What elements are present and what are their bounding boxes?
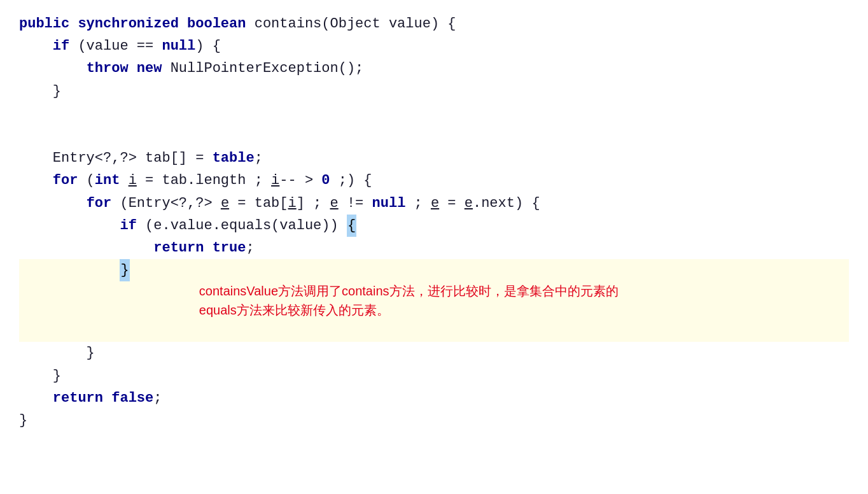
code-line-2: if (value == null) { <box>19 35 849 57</box>
keyword-null: null <box>162 35 195 57</box>
comment-text: containsValue方法调用了contains方法，进行比较时，是拿集合中… <box>199 281 632 320</box>
keyword-return-1: return <box>153 237 204 259</box>
keyword-for-2: for <box>87 192 112 215</box>
code-line-16: } <box>19 409 849 432</box>
code-line-8: for (int i = tab.length ; i-- > 0 ;) { <box>19 169 849 192</box>
keyword-null-2: null <box>372 192 406 215</box>
code-viewer: public synchronized boolean contains(Obj… <box>19 13 849 432</box>
keyword-for-1: for <box>53 169 78 192</box>
keyword-if-2: if <box>120 215 136 237</box>
keyword-throw: throw <box>87 57 129 80</box>
highlight-brace-open: { <box>347 215 356 237</box>
code-line-15: return false; <box>19 387 849 409</box>
code-line-1: public synchronized boolean contains(Obj… <box>19 13 849 35</box>
code-line-13: } <box>19 342 849 364</box>
tooltip-comment: containsValue方法调用了contains方法，进行比较时，是拿集合中… <box>149 259 632 342</box>
keyword-boolean: boolean <box>187 13 246 35</box>
code-line-11: return true; <box>19 237 849 259</box>
code-line-3: throw new NullPointerException(); <box>19 57 849 80</box>
keyword-return-2: return <box>53 387 103 409</box>
keyword-table: table <box>213 147 255 169</box>
keyword-false: false <box>111 387 153 409</box>
code-line-9: for (Entry<?,?> e = tab[i] ; e != null ;… <box>19 192 849 215</box>
keyword-if: if <box>53 35 69 57</box>
code-line-7: Entry<?,?> tab[] = table; <box>19 147 849 169</box>
code-line-10: if (e.value.equals(value)) { <box>19 215 849 237</box>
code-line-6 <box>19 125 849 147</box>
keyword-int: int <box>95 169 120 192</box>
code-line-4: } <box>19 80 849 102</box>
keyword-new: new <box>137 57 162 80</box>
code-line-14: } <box>19 365 849 387</box>
code-line-5 <box>19 102 849 125</box>
keyword-public: public <box>19 13 69 35</box>
highlight-brace-close: } <box>120 259 129 281</box>
code-line-12: } containsValue方法调用了contains方法，进行比较时，是拿集… <box>19 259 849 342</box>
keyword-synchronized: synchronized <box>78 13 178 35</box>
keyword-true: true <box>213 237 246 259</box>
